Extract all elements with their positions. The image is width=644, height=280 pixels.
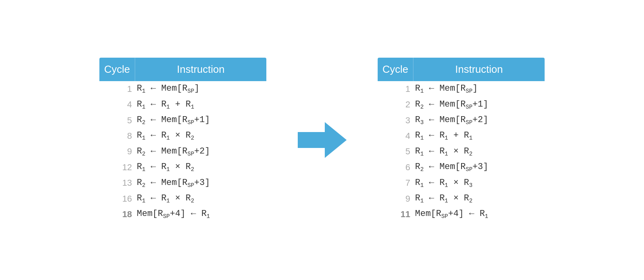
- instruction-text: R1 ← R1 × R2: [413, 146, 545, 157]
- instruction-text: R1 ← R1 + R1: [135, 99, 266, 110]
- cycle-number: 3: [378, 115, 413, 126]
- table-row: 5R1 ← R1 × R2: [378, 144, 545, 159]
- right-table-body: 1R1 ← Mem[RSP]2R2 ← Mem[RSP+1]3R3 ← Mem[…: [378, 81, 545, 222]
- right-instruction-header: Instruction: [413, 58, 545, 81]
- right-table-header: Cycle Instruction: [378, 58, 545, 81]
- instruction-text: R2 ← Mem[RSP+1]: [135, 115, 266, 126]
- cycle-number: 4: [378, 131, 413, 141]
- table-row: 9R2 ← Mem[RSP+2]: [99, 144, 266, 159]
- table-row: 16R1 ← R1 × R2: [99, 191, 266, 206]
- right-table: Cycle Instruction 1R1 ← Mem[RSP]2R2 ← Me…: [378, 58, 545, 222]
- cycle-number: 9: [99, 146, 135, 157]
- table-row: 3R3 ← Mem[RSP+2]: [378, 113, 545, 128]
- table-row: 1R1 ← Mem[RSP]: [378, 81, 545, 97]
- cycle-number: 9: [378, 194, 413, 204]
- instruction-text: R1 ← R1 × R3: [413, 178, 545, 189]
- table-row: 4R1 ← R1 + R1: [99, 97, 266, 113]
- arrow-head: [325, 122, 347, 158]
- cycle-number: 12: [99, 162, 135, 173]
- cycle-number: 13: [99, 178, 135, 188]
- instruction-text: Mem[RSP+4] ← R1: [413, 209, 545, 220]
- instruction-text: R2 ← Mem[RSP+2]: [135, 146, 266, 157]
- left-table-body: 1R1 ← Mem[RSP]4R1 ← R1 + R15R2 ← Mem[RSP…: [99, 81, 266, 222]
- table-row: 5R2 ← Mem[RSP+1]: [99, 113, 266, 128]
- instruction-text: R3 ← Mem[RSP+2]: [413, 115, 545, 126]
- table-row: 8R1 ← R1 × R2: [99, 128, 266, 144]
- table-row: 13R2 ← Mem[RSP+3]: [99, 175, 266, 191]
- instruction-text: R1 ← Mem[RSP]: [135, 84, 266, 94]
- left-table: Cycle Instruction 1R1 ← Mem[RSP]4R1 ← R1…: [99, 58, 266, 222]
- instruction-text: R2 ← Mem[RSP+3]: [413, 162, 545, 173]
- instruction-text: R1 ← R1 × R2: [135, 162, 266, 173]
- instruction-text: R2 ← Mem[RSP+1]: [413, 99, 545, 110]
- cycle-number: 5: [99, 115, 135, 126]
- cycle-number: 4: [99, 99, 135, 110]
- table-row: 12R1 ← R1 × R2: [99, 159, 266, 175]
- table-row: 11Mem[RSP+4] ← R1: [378, 206, 545, 222]
- instruction-text: R1 ← Mem[RSP]: [413, 84, 545, 94]
- cycle-number: 11: [378, 209, 413, 220]
- instruction-text: R2 ← Mem[RSP+3]: [135, 178, 266, 189]
- instruction-text: R1 ← R1 + R1: [413, 130, 545, 141]
- table-row: 7R1 ← R1 × R3: [378, 175, 545, 191]
- table-row: 9R1 ← R1 × R2: [378, 191, 545, 206]
- instruction-text: Mem[RSP+4] ← R1: [135, 209, 266, 220]
- cycle-number: 8: [99, 131, 135, 141]
- table-row: 18Mem[RSP+4] ← R1: [99, 206, 266, 222]
- instruction-text: R1 ← R1 × R2: [135, 130, 266, 141]
- cycle-number: 5: [378, 146, 413, 157]
- right-cycle-header: Cycle: [378, 58, 413, 81]
- cycle-number: 7: [378, 178, 413, 188]
- right-arrow: [298, 122, 347, 158]
- cycle-number: 16: [99, 194, 135, 204]
- table-row: 1R1 ← Mem[RSP]: [99, 81, 266, 97]
- table-row: 4R1 ← R1 + R1: [378, 128, 545, 144]
- cycle-number: 1: [99, 84, 135, 94]
- cycle-number: 18: [99, 209, 135, 220]
- arrow-container: [298, 122, 346, 158]
- instruction-text: R1 ← R1 × R2: [135, 193, 266, 204]
- arrow-body: [298, 132, 326, 148]
- cycle-number: 1: [378, 84, 413, 94]
- cycle-number: 2: [378, 99, 413, 110]
- table-row: 6R2 ← Mem[RSP+3]: [378, 159, 545, 175]
- left-instruction-header: Instruction: [135, 58, 266, 81]
- instruction-text: R1 ← R1 × R2: [413, 193, 545, 204]
- left-table-header: Cycle Instruction: [99, 58, 266, 81]
- cycle-number: 6: [378, 162, 413, 173]
- table-row: 2R2 ← Mem[RSP+1]: [378, 97, 545, 113]
- left-cycle-header: Cycle: [99, 58, 135, 81]
